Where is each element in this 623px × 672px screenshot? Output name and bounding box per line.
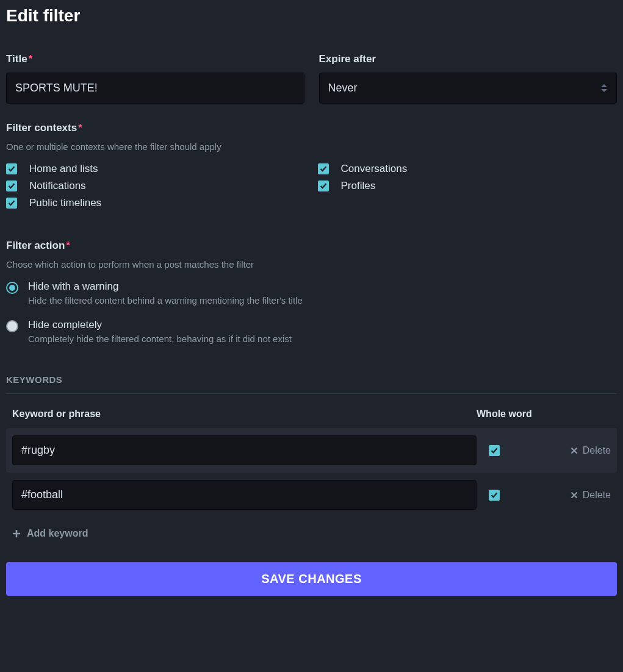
radio-hint: Completely hide the filtered content, be… <box>28 334 292 344</box>
keyword-row: Delete <box>6 428 617 473</box>
context-public-timelines[interactable]: Public timelines <box>6 197 306 209</box>
radio-icon[interactable] <box>6 282 18 294</box>
required-indicator: * <box>66 240 70 251</box>
checkbox-icon[interactable] <box>318 181 329 191</box>
whole-word-checkbox[interactable] <box>489 490 500 501</box>
checkbox-icon[interactable] <box>6 181 17 191</box>
expire-select-value: Never <box>328 82 358 95</box>
whole-word-checkbox[interactable] <box>489 445 500 456</box>
keyword-row: Delete <box>6 473 617 517</box>
keyword-input[interactable] <box>12 435 477 465</box>
context-notifications[interactable]: Notifications <box>6 180 306 192</box>
action-hide-with-warning[interactable]: Hide with a warning Hide the filtered co… <box>6 281 617 306</box>
radio-title: Hide completely <box>28 319 292 331</box>
context-label: Public timelines <box>29 197 101 209</box>
delete-keyword-button[interactable]: Delete <box>550 490 611 501</box>
required-indicator: * <box>78 122 82 134</box>
action-hide-completely[interactable]: Hide completely Completely hide the filt… <box>6 319 617 344</box>
keyword-input[interactable] <box>12 480 477 510</box>
title-label: Title* <box>6 53 304 65</box>
context-home-and-lists[interactable]: Home and lists <box>6 163 306 175</box>
contexts-label: Filter contexts* <box>6 122 617 134</box>
context-label: Home and lists <box>29 163 98 175</box>
add-keyword-button[interactable]: Add keyword <box>6 517 617 545</box>
context-profiles[interactable]: Profiles <box>318 180 618 192</box>
title-input[interactable] <box>6 73 304 104</box>
action-hint: Chose which action to perform when a pos… <box>6 259 617 270</box>
select-arrows-icon <box>600 84 608 93</box>
radio-hint: Hide the filtered content behind a warni… <box>28 295 303 306</box>
plus-icon <box>12 529 21 538</box>
checkbox-icon[interactable] <box>318 163 329 174</box>
close-icon <box>571 447 578 454</box>
page-title: Edit filter <box>6 6 617 26</box>
expire-label: Expire after <box>319 53 618 65</box>
context-label: Profiles <box>341 180 376 192</box>
column-header-whole-word: Whole word <box>477 409 550 420</box>
context-label: Notifications <box>29 180 86 192</box>
checkbox-icon[interactable] <box>6 198 17 209</box>
keywords-heading: KEYWORDS <box>6 374 617 394</box>
contexts-hint: One or multiple contexts where the filte… <box>6 141 617 152</box>
radio-icon[interactable] <box>6 320 18 332</box>
context-conversations[interactable]: Conversations <box>318 163 618 175</box>
column-header-keyword: Keyword or phrase <box>12 409 477 420</box>
context-label: Conversations <box>341 163 408 175</box>
action-label: Filter action* <box>6 240 617 252</box>
checkbox-icon[interactable] <box>6 163 17 174</box>
required-indicator: * <box>29 53 33 65</box>
expire-select[interactable]: Never <box>319 73 618 104</box>
delete-keyword-button[interactable]: Delete <box>550 445 611 456</box>
save-changes-button[interactable]: SAVE CHANGES <box>6 562 617 596</box>
radio-title: Hide with a warning <box>28 281 303 293</box>
close-icon <box>571 491 578 499</box>
